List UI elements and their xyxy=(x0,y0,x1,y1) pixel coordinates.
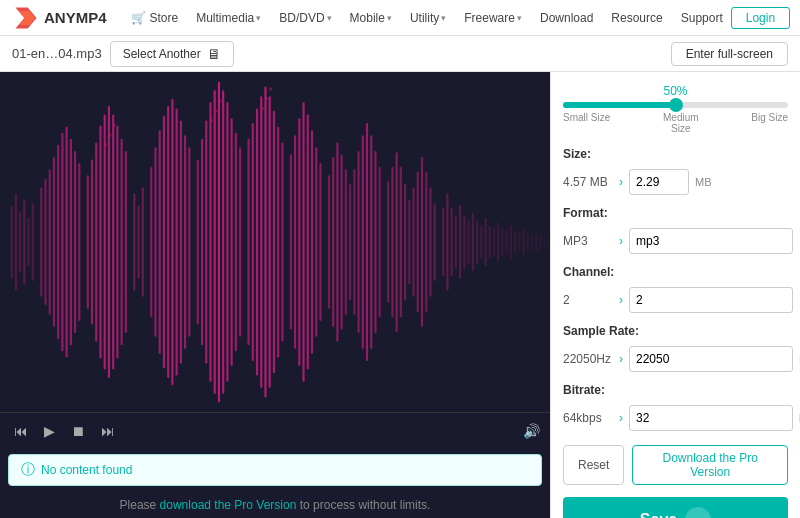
svg-rect-31 xyxy=(150,167,152,318)
svg-rect-7 xyxy=(32,203,34,281)
svg-rect-18 xyxy=(87,175,89,309)
nav-download[interactable]: Download xyxy=(532,7,601,29)
svg-rect-61 xyxy=(290,155,292,330)
svg-point-122 xyxy=(210,119,213,123)
svg-rect-37 xyxy=(176,108,178,375)
toolbar-left: 01-en…04.mp3 Select Another 🖥 xyxy=(12,41,234,67)
arrow-icon: › xyxy=(619,352,623,366)
svg-point-123 xyxy=(214,109,217,113)
right-panel: 50% Small Size MediumSize Big Size Size:… xyxy=(550,72,800,518)
slider-thumb[interactable] xyxy=(669,98,683,112)
svg-rect-50 xyxy=(235,133,237,352)
svg-rect-49 xyxy=(231,118,233,366)
save-button[interactable]: Save › xyxy=(563,497,788,518)
svg-rect-42 xyxy=(201,139,203,345)
svg-rect-114 xyxy=(527,232,529,251)
svg-rect-93 xyxy=(434,203,436,281)
nav-utility[interactable]: Utility ▾ xyxy=(402,7,454,29)
reset-button[interactable]: Reset xyxy=(563,445,624,485)
process-bar: Please download the Pro Version to proce… xyxy=(0,492,550,518)
svg-rect-67 xyxy=(315,147,317,336)
sample-rate-label: Sample Rate: xyxy=(563,324,639,338)
svg-rect-70 xyxy=(332,157,334,327)
waveform-area xyxy=(0,72,550,412)
bitrate-input[interactable] xyxy=(629,405,793,431)
main: ⏮ ▶ ⏹ ⏭ 🔊 ⓘ No content found Please down… xyxy=(0,72,800,518)
slider-label-big: Big Size xyxy=(751,112,788,134)
svg-rect-87 xyxy=(408,200,410,285)
channel-row: 2 › xyxy=(563,287,788,313)
slider-track[interactable] xyxy=(563,102,788,108)
sample-rate-input[interactable] xyxy=(629,346,793,372)
svg-point-120 xyxy=(108,133,111,137)
pro-version-button[interactable]: Download the Pro Version xyxy=(632,445,788,485)
svg-rect-26 xyxy=(121,139,123,345)
select-another-button[interactable]: Select Another 🖥 xyxy=(110,41,234,67)
svg-rect-103 xyxy=(480,225,482,259)
logo-icon xyxy=(12,4,40,32)
svg-rect-13 xyxy=(61,133,63,352)
svg-rect-3 xyxy=(15,193,17,290)
sample-rate-label-row: Sample Rate: xyxy=(563,323,788,338)
svg-rect-21 xyxy=(99,125,101,358)
svg-rect-33 xyxy=(159,130,161,353)
volume-icon[interactable]: 🔊 xyxy=(523,423,540,439)
process-suffix: to process without limits. xyxy=(300,498,431,512)
svg-rect-45 xyxy=(214,90,216,394)
enter-fullscreen-button[interactable]: Enter full-screen xyxy=(671,42,788,66)
forward-button[interactable]: ⏭ xyxy=(97,421,119,441)
logo[interactable]: ANYMP4 xyxy=(12,4,107,32)
svg-rect-53 xyxy=(252,123,254,361)
svg-rect-19 xyxy=(91,159,93,324)
nav-mobile[interactable]: Mobile ▾ xyxy=(342,7,400,29)
svg-rect-8 xyxy=(40,187,42,296)
svg-rect-5 xyxy=(23,200,25,285)
svg-rect-51 xyxy=(239,147,241,336)
nav-support[interactable]: Support xyxy=(673,7,731,29)
nav-bddvd[interactable]: BD/DVD ▾ xyxy=(271,7,339,29)
stop-button[interactable]: ⏹ xyxy=(67,421,89,441)
info-icon: ⓘ xyxy=(21,461,35,479)
svg-rect-46 xyxy=(218,82,220,403)
svg-rect-56 xyxy=(264,87,266,398)
rewind-button[interactable]: ⏮ xyxy=(10,421,32,441)
svg-rect-101 xyxy=(472,213,474,271)
no-content-bar: ⓘ No content found xyxy=(8,454,542,486)
nav-resource[interactable]: Resource xyxy=(603,7,670,29)
svg-rect-86 xyxy=(404,184,406,301)
svg-rect-4 xyxy=(19,212,21,273)
svg-rect-28 xyxy=(133,193,135,290)
store-icon: 🛒 xyxy=(131,11,146,25)
nav-freeware[interactable]: Freeware ▾ xyxy=(456,7,530,29)
svg-rect-63 xyxy=(298,118,300,366)
svg-rect-85 xyxy=(400,167,402,318)
svg-rect-64 xyxy=(303,102,305,381)
svg-rect-34 xyxy=(163,116,165,369)
svg-rect-92 xyxy=(429,187,431,296)
svg-rect-66 xyxy=(311,130,313,353)
nav-store[interactable]: 🛒 Store xyxy=(123,7,187,29)
file-name: 01-en…04.mp3 xyxy=(12,46,102,61)
size-label: Size: xyxy=(563,147,591,161)
size-label-row: Size: xyxy=(563,146,788,161)
header: ANYMP4 🛒 Store Multimedia ▾ BD/DVD ▾ Mob… xyxy=(0,0,800,36)
svg-rect-24 xyxy=(112,115,114,370)
svg-rect-25 xyxy=(116,125,118,358)
svg-rect-55 xyxy=(260,96,262,387)
arrow-icon: › xyxy=(619,411,623,425)
svg-rect-115 xyxy=(531,235,533,250)
svg-rect-79 xyxy=(370,135,372,349)
svg-rect-78 xyxy=(366,123,368,361)
nav-multimedia[interactable]: Multimedia ▾ xyxy=(188,7,269,29)
format-input[interactable] xyxy=(629,228,793,254)
pro-version-link[interactable]: download the Pro Version xyxy=(160,498,297,512)
controls-bar: ⏮ ▶ ⏹ ⏭ 🔊 xyxy=(0,412,550,448)
play-button[interactable]: ▶ xyxy=(40,421,59,441)
svg-rect-9 xyxy=(44,179,46,305)
chevron-down-icon: ▾ xyxy=(387,13,392,23)
channel-input[interactable] xyxy=(629,287,793,313)
login-button[interactable]: Login xyxy=(731,7,790,29)
svg-rect-88 xyxy=(413,187,415,296)
svg-rect-11 xyxy=(53,157,55,327)
size-input[interactable] xyxy=(629,169,689,195)
